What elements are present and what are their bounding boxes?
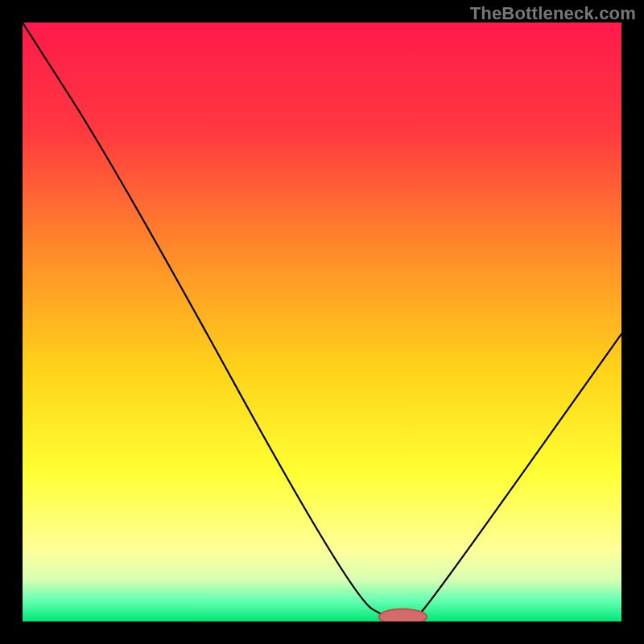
chart-frame: TheBottleneck.com <box>0 0 644 644</box>
attribution-label: TheBottleneck.com <box>470 3 636 24</box>
gradient-background <box>23 23 621 621</box>
optimum-marker <box>379 609 427 621</box>
bottleneck-chart <box>23 23 621 621</box>
